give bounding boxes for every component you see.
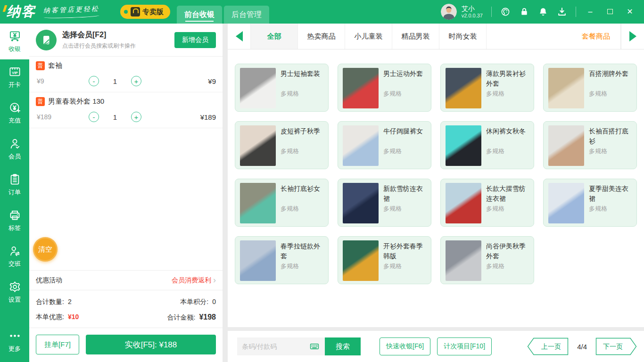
sidebar-item-label: 更多 — [8, 345, 21, 353]
sidebar-item-recharge[interactable]: 充值 — [0, 95, 29, 131]
product-photo — [446, 125, 481, 166]
tab-package-products[interactable]: 套餐商品 — [487, 24, 621, 49]
orders-icon — [8, 173, 21, 186]
lock-icon[interactable] — [519, 7, 529, 17]
bell-icon[interactable] — [538, 7, 548, 17]
hold-order-button[interactable]: 挂单[F7] — [36, 335, 79, 354]
category-tab-0[interactable]: 全部 — [251, 24, 298, 49]
product-card[interactable]: 男士运动外套 多规格 — [338, 64, 431, 112]
increase-qty-button[interactable]: + — [131, 112, 141, 122]
cashier-icon — [8, 30, 21, 42]
product-photo — [548, 68, 584, 108]
product-card[interactable]: 长袖百搭打底衫 多规格 — [543, 121, 637, 169]
prev-page-button[interactable]: 上一页 — [527, 337, 569, 355]
product-card[interactable]: 薄款男装衬衫外套 多规格 — [440, 64, 534, 112]
fast-cashier-button[interactable]: 快速收银[F6] — [380, 337, 430, 355]
product-photo — [548, 125, 584, 166]
avatar[interactable] — [441, 4, 457, 20]
keyboard-icon[interactable] — [308, 341, 321, 352]
category-scroll-right-button[interactable] — [621, 24, 644, 49]
item-qty: 1 — [99, 77, 131, 85]
category-tab-4[interactable]: 时尚女装 — [439, 24, 487, 49]
sidebar-item-label: 收银 — [8, 45, 21, 53]
product-name: 长款大摆雪纺连衣裙 — [486, 184, 530, 205]
arrow-right-icon — [629, 31, 636, 41]
tab-backend-manage[interactable]: 后台管理 — [224, 6, 269, 24]
divider — [491, 7, 492, 17]
category-tab-2[interactable]: 小儿童装 — [345, 24, 392, 49]
category-scroll-left-button[interactable] — [228, 24, 251, 49]
category-tab-3[interactable]: 精品男装 — [392, 24, 439, 49]
user-info: 艾小 v2.0.0.37 — [462, 5, 483, 19]
item-unit-price: ¥9 — [37, 77, 89, 85]
pay-button[interactable]: 实收[F5]: ¥188 — [86, 335, 216, 354]
sidebar-item-cashier[interactable]: 收银 — [0, 24, 29, 59]
sidebar-item-label: 会员 — [8, 152, 21, 161]
select-member-area[interactable]: 选择会员[F2] 点击进行会员搜索或刷卡操作 新增会员 — [29, 24, 223, 57]
order-points: 本单积分:0 — [180, 298, 216, 306]
count-item-button[interactable]: 计次项目[F10] — [437, 337, 492, 355]
product-spec: 多规格 — [486, 147, 526, 156]
app-slogan: 纳客管店更轻松 — [43, 5, 100, 19]
product-photo — [343, 125, 379, 166]
customer-service-icon[interactable] — [500, 7, 511, 17]
barcode-input[interactable] — [242, 343, 308, 350]
product-name: 尚谷伊美秋季外套 — [486, 241, 530, 262]
cart-item[interactable]: 普 男童春装外套 130 ¥189 - 1 + ¥189 — [29, 92, 223, 128]
sidebar-item-settings[interactable]: 设置 — [0, 274, 29, 310]
product-spec: 多规格 — [383, 147, 423, 156]
next-page-button[interactable]: 下一页 — [595, 337, 637, 355]
product-name: 休闲裤女秋冬 — [486, 126, 526, 147]
sidebar-item-orders[interactable]: 订单 — [0, 167, 29, 203]
product-card[interactable]: 休闲裤女秋冬 多规格 — [440, 121, 534, 169]
product-spec: 多规格 — [486, 262, 530, 271]
category-tab-1[interactable]: 热卖商品 — [298, 24, 345, 49]
product-card[interactable]: 春季拉链款外套 多规格 — [235, 236, 329, 284]
cashier-actions: 挂单[F7] 实收[F5]: ¥188 — [29, 328, 223, 362]
cart-item[interactable]: 普 套袖 ¥9 - 1 + ¥9 — [29, 57, 223, 92]
product-card[interactable]: 新款雪纺连衣裙 多规格 — [338, 179, 431, 227]
product-card[interactable]: 皮短裤子秋季 多规格 — [235, 121, 329, 169]
decrease-qty-button[interactable]: - — [89, 112, 99, 122]
product-card[interactable]: 长袖打底衫女 多规格 — [235, 179, 329, 227]
download-icon[interactable] — [557, 7, 567, 17]
maximize-button[interactable] — [604, 8, 616, 16]
product-card[interactable]: 开衫外套春季韩版 多规格 — [338, 236, 431, 284]
product-card[interactable]: 夏季甜美连衣裙 多规格 — [543, 179, 637, 227]
product-spec: 多规格 — [486, 205, 530, 213]
promo-row[interactable]: 优惠活动 会员消费返利 › — [29, 270, 223, 290]
sidebar-item-vip-card[interactable]: 开卡 — [0, 59, 29, 95]
product-photo — [548, 183, 584, 223]
product-name: 开衫外套春季韩版 — [383, 241, 427, 262]
item-name: 套袖 — [48, 61, 62, 70]
divider — [576, 7, 576, 17]
product-photo — [446, 240, 481, 281]
close-button[interactable]: ✕ — [624, 8, 636, 16]
search-button[interactable]: 搜索 — [325, 337, 361, 355]
product-card[interactable]: 尚谷伊美秋季外套 多规格 — [440, 236, 534, 284]
sidebar-item-shift[interactable]: 交班 — [0, 239, 29, 274]
add-member-button[interactable]: 新增会员 — [174, 32, 216, 48]
product-card[interactable]: 长款大摆雪纺连衣裙 多规格 — [440, 179, 534, 227]
minimize-button[interactable]: – — [585, 8, 596, 16]
promo-value[interactable]: 会员消费返利 — [172, 276, 211, 285]
sidebar-item-label: 交班 — [8, 260, 21, 268]
product-card[interactable]: 百搭潮牌外套 多规格 — [543, 64, 637, 112]
increase-qty-button[interactable]: + — [131, 76, 141, 86]
product-name: 新款雪纺连衣裙 — [383, 184, 427, 205]
tab-front-cashier[interactable]: 前台收银 — [177, 6, 222, 24]
clear-cart-button[interactable]: 清空 — [33, 237, 58, 262]
decrease-qty-button[interactable]: - — [89, 76, 99, 86]
product-name: 薄款男装衬衫外套 — [486, 69, 530, 90]
product-card[interactable]: 牛仔阔腿裤女 多规格 — [338, 121, 431, 169]
member-icon — [8, 137, 21, 150]
sidebar-item-label-printer[interactable]: 标签 — [0, 203, 29, 239]
item-total: ¥189 — [200, 113, 216, 121]
product-card[interactable]: 男士短袖套装 多规格 — [235, 64, 329, 112]
sidebar-item-member[interactable]: 会员 — [0, 131, 29, 167]
order-discount: 本单优惠:¥10 — [36, 313, 79, 321]
select-member-title: 选择会员[F2] — [62, 30, 174, 40]
product-spec: 多规格 — [383, 262, 427, 271]
chevron-right-icon: › — [213, 275, 216, 285]
sidebar-item-more[interactable]: 更多 — [0, 323, 29, 359]
